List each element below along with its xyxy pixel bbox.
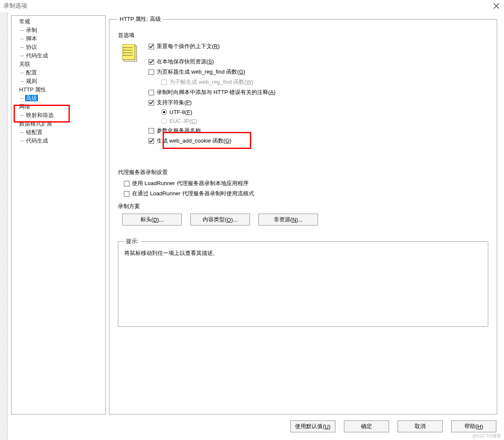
hint-text: 将鼠标移动到任一项上以查看其描述。 [124,249,482,257]
scheme-section-label: 录制方案 [118,203,488,210]
panel-legend: HTTP 属性: 高级 [118,15,163,23]
tree-dataformat[interactable]: 数据格式扩展 [12,120,104,128]
svg-point-7 [123,50,124,51]
svg-rect-3 [122,44,135,60]
tree-general[interactable]: 常规 [12,17,104,26]
opt-eucjp: EUC-JP(C) [149,118,275,124]
tree-http-advanced[interactable]: 高级 [19,94,104,103]
opt-save-snapshot[interactable]: 在本地保存快照资源(S) [149,58,275,66]
tree-codegen2[interactable]: 代码生成 [19,137,104,145]
opt-add-http-err[interactable]: 录制时向脚本中添加与 HTTP 错误有关的注释(A) [149,89,275,96]
tree-protocol[interactable]: 协议 [19,43,104,51]
non-resource-button[interactable]: 非资源(N)... [258,214,318,226]
opt-gen-webregfind[interactable]: 为页标题生成 web_reg_find 函数(G) [149,68,275,76]
opt-utf8[interactable]: UTF-8(F) [149,109,275,115]
svg-point-9 [123,52,124,54]
opt-gen-webregfind-sub: 为子帧生成 web_reg_find 函数(W) [149,78,275,86]
preferences-icon [122,44,138,63]
proxy-section-label: 代理服务器录制设置 [118,169,488,176]
hint-legend: 提示: [124,237,140,245]
headers-button[interactable]: 标头(D)... [122,214,182,226]
svg-point-5 [123,47,124,49]
pref-section-label: 首选项 [118,31,488,39]
tree-http[interactable]: HTTP 属性 [12,86,104,94]
tree-chain[interactable]: 链配置 [19,128,104,137]
tree-rule[interactable]: 规则 [19,77,104,86]
tree-script[interactable]: 脚本 [19,34,104,43]
help-button[interactable]: 帮助(H) [451,420,496,432]
svg-point-11 [123,55,124,56]
tree-mapfilter[interactable]: 映射和筛选 [19,111,104,120]
watermark: @51CTO博客 [472,433,501,439]
tree-codegen[interactable]: 代码生成 [19,51,104,60]
main-panel: HTTP 属性: 高级 首选项 重置每个操作的上下文(R) [109,15,497,414]
use-defaults-button[interactable]: 使用默认值(U) [290,420,335,432]
tree-correlation[interactable]: 关联 [12,60,104,69]
cancel-button[interactable]: 取消 [398,420,443,432]
opt-reset-context[interactable]: 重置每个操作的上下文(R) [149,43,275,50]
footer-buttons: 使用默认值(U) 确定 取消 帮助(H) [290,420,496,432]
close-icon[interactable] [492,2,501,10]
nav-tree: 常规 录制 脚本 协议 代码生成 关联 配置 规则 HTTP 属性 高级 [11,15,106,414]
tree-network[interactable]: 网络 [12,103,104,111]
ok-button[interactable]: 确定 [344,420,389,432]
content-type-button[interactable]: 内容类型(O)... [190,214,250,226]
opt-gen-cookie[interactable]: 生成 web_add_cookie 函数(G) [149,137,275,145]
tree-config[interactable]: 配置 [19,69,104,77]
opt-param-server[interactable]: 参数化服务器名称 [149,127,275,134]
tree-record[interactable]: 录制 [19,26,104,34]
hint-box: 提示: 将鼠标移动到任一项上以查看其描述。 [118,237,488,327]
window-title: 录制选项 [3,2,492,10]
titlebar: 录制选项 [0,0,504,12]
opt-charset[interactable]: 支持字符集(P) [149,99,275,106]
opt-stream-mode[interactable]: 在通过 LoadRunner 代理服务器录制时使用流模式 [124,190,488,197]
opt-use-lr-proxy[interactable]: 使用 LoadRunner 代理服务器录制本地应用程序 [124,180,488,187]
